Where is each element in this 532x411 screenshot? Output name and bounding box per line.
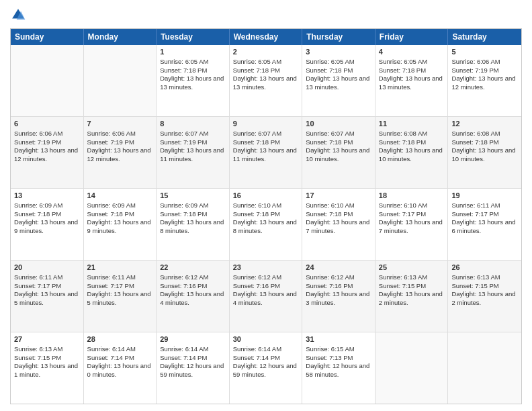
day-info: Daylight: 13 hours and 6 minutes. [451, 218, 518, 236]
day-cell-19: 19Sunrise: 6:11 AMSunset: 7:17 PMDayligh… [448, 189, 521, 260]
day-info: Daylight: 13 hours and 5 minutes. [87, 290, 153, 308]
page: SundayMondayTuesdayWednesdayThursdayFrid… [0, 0, 532, 411]
day-info: Sunrise: 6:11 AM [451, 201, 518, 210]
day-info: Sunset: 7:15 PM [451, 282, 518, 291]
day-info: Sunrise: 6:13 AM [451, 273, 518, 282]
day-info: Sunset: 7:15 PM [14, 354, 80, 363]
day-info: Daylight: 13 hours and 0 minutes. [87, 362, 153, 379]
day-cell-31: 31Sunrise: 6:15 AMSunset: 7:13 PMDayligh… [302, 332, 375, 404]
day-info: Daylight: 13 hours and 8 minutes. [233, 218, 299, 236]
day-cell-28: 28Sunrise: 6:14 AMSunset: 7:14 PMDayligh… [84, 332, 157, 404]
day-number: 4 [379, 47, 445, 57]
day-number: 31 [306, 334, 371, 345]
calendar-header: SundayMondayTuesdayWednesdayThursdayFrid… [11, 29, 521, 45]
day-number: 5 [451, 47, 518, 57]
day-info: Sunset: 7:14 PM [233, 354, 299, 363]
day-info: Sunrise: 6:07 AM [306, 130, 371, 138]
calendar-row: 20Sunrise: 6:11 AMSunset: 7:17 PMDayligh… [11, 260, 521, 332]
day-header-monday: Monday [84, 29, 157, 45]
day-number: 29 [160, 334, 226, 345]
calendar-row: 1Sunrise: 6:05 AMSunset: 7:18 PMDaylight… [11, 45, 521, 116]
day-number: 20 [14, 263, 80, 273]
day-info: Sunset: 7:19 PM [87, 138, 153, 147]
day-cell-14: 14Sunrise: 6:09 AMSunset: 7:18 PMDayligh… [84, 189, 157, 260]
day-info: Sunrise: 6:13 AM [14, 345, 80, 354]
day-info: Sunrise: 6:06 AM [14, 130, 80, 138]
day-number: 17 [306, 191, 371, 201]
day-header-wednesday: Wednesday [230, 29, 303, 45]
day-number: 24 [306, 263, 371, 273]
day-number: 12 [451, 119, 518, 129]
day-info: Daylight: 13 hours and 12 minutes. [87, 146, 153, 164]
day-info: Sunrise: 6:09 AM [14, 201, 80, 210]
day-info: Daylight: 13 hours and 12 minutes. [451, 75, 518, 92]
day-header-thursday: Thursday [302, 29, 375, 45]
day-info: Sunset: 7:14 PM [160, 354, 226, 363]
day-info: Sunset: 7:18 PM [233, 210, 299, 219]
empty-cell [84, 45, 157, 116]
day-number: 13 [14, 191, 80, 201]
day-info: Sunset: 7:18 PM [160, 66, 226, 75]
day-info: Sunset: 7:19 PM [160, 138, 226, 147]
calendar-body: 1Sunrise: 6:05 AMSunset: 7:18 PMDaylight… [11, 45, 521, 404]
day-cell-29: 29Sunrise: 6:14 AMSunset: 7:14 PMDayligh… [157, 332, 230, 404]
day-cell-26: 26Sunrise: 6:13 AMSunset: 7:15 PMDayligh… [448, 261, 521, 332]
day-info: Daylight: 13 hours and 10 minutes. [306, 146, 371, 164]
empty-cell [375, 332, 449, 404]
day-cell-15: 15Sunrise: 6:09 AMSunset: 7:18 PMDayligh… [157, 189, 230, 260]
day-info: Sunrise: 6:05 AM [379, 58, 445, 66]
day-info: Sunset: 7:17 PM [379, 210, 445, 219]
day-cell-16: 16Sunrise: 6:10 AMSunset: 7:18 PMDayligh… [230, 189, 303, 260]
day-info: Daylight: 13 hours and 5 minutes. [14, 290, 80, 308]
day-info: Sunrise: 6:07 AM [160, 130, 226, 138]
day-info: Daylight: 13 hours and 8 minutes. [160, 218, 226, 236]
day-info: Sunset: 7:17 PM [14, 282, 80, 291]
day-info: Sunrise: 6:09 AM [87, 201, 153, 210]
day-number: 21 [87, 263, 153, 273]
day-number: 7 [87, 119, 153, 129]
day-info: Daylight: 13 hours and 10 minutes. [451, 146, 518, 164]
day-info: Daylight: 13 hours and 13 minutes. [160, 75, 226, 92]
day-info: Sunrise: 6:08 AM [451, 130, 518, 138]
day-cell-8: 8Sunrise: 6:07 AMSunset: 7:19 PMDaylight… [157, 117, 230, 188]
empty-cell [11, 45, 84, 116]
day-info: Sunrise: 6:06 AM [451, 58, 518, 66]
day-info: Sunset: 7:18 PM [14, 210, 80, 219]
day-info: Sunrise: 6:11 AM [87, 273, 153, 282]
day-info: Sunset: 7:15 PM [379, 282, 445, 291]
day-info: Sunset: 7:18 PM [160, 210, 226, 219]
day-info: Sunrise: 6:10 AM [233, 201, 299, 210]
day-cell-30: 30Sunrise: 6:14 AMSunset: 7:14 PMDayligh… [230, 332, 303, 404]
day-info: Sunrise: 6:13 AM [379, 273, 445, 282]
day-cell-13: 13Sunrise: 6:09 AMSunset: 7:18 PMDayligh… [11, 189, 84, 260]
day-info: Sunrise: 6:14 AM [160, 345, 226, 354]
day-info: Daylight: 12 hours and 59 minutes. [160, 362, 226, 379]
day-header-sunday: Sunday [11, 29, 84, 45]
day-info: Sunset: 7:18 PM [306, 210, 371, 219]
day-info: Daylight: 13 hours and 7 minutes. [306, 218, 371, 236]
day-number: 23 [233, 263, 299, 273]
day-info: Sunset: 7:16 PM [233, 282, 299, 291]
day-info: Sunrise: 6:10 AM [379, 201, 445, 210]
day-info: Daylight: 13 hours and 10 minutes. [379, 146, 445, 164]
day-number: 6 [14, 119, 80, 129]
day-number: 26 [451, 263, 518, 273]
day-info: Daylight: 13 hours and 4 minutes. [233, 290, 299, 308]
day-cell-3: 3Sunrise: 6:05 AMSunset: 7:18 PMDaylight… [302, 45, 375, 116]
day-info: Daylight: 13 hours and 3 minutes. [306, 290, 371, 308]
day-info: Daylight: 13 hours and 11 minutes. [233, 146, 299, 164]
day-info: Sunset: 7:16 PM [160, 282, 226, 291]
day-info: Daylight: 13 hours and 13 minutes. [306, 75, 371, 92]
day-info: Sunset: 7:13 PM [306, 354, 371, 363]
day-cell-4: 4Sunrise: 6:05 AMSunset: 7:18 PMDaylight… [375, 45, 449, 116]
day-cell-17: 17Sunrise: 6:10 AMSunset: 7:18 PMDayligh… [302, 189, 375, 260]
day-info: Sunset: 7:16 PM [306, 282, 371, 291]
day-number: 19 [451, 191, 518, 201]
day-header-saturday: Saturday [448, 29, 521, 45]
day-cell-7: 7Sunrise: 6:06 AMSunset: 7:19 PMDaylight… [84, 117, 157, 188]
day-info: Sunset: 7:18 PM [233, 66, 299, 75]
day-number: 11 [379, 119, 445, 129]
day-info: Sunset: 7:18 PM [233, 138, 299, 147]
day-info: Sunrise: 6:14 AM [87, 345, 153, 354]
day-cell-5: 5Sunrise: 6:06 AMSunset: 7:19 PMDaylight… [448, 45, 521, 116]
